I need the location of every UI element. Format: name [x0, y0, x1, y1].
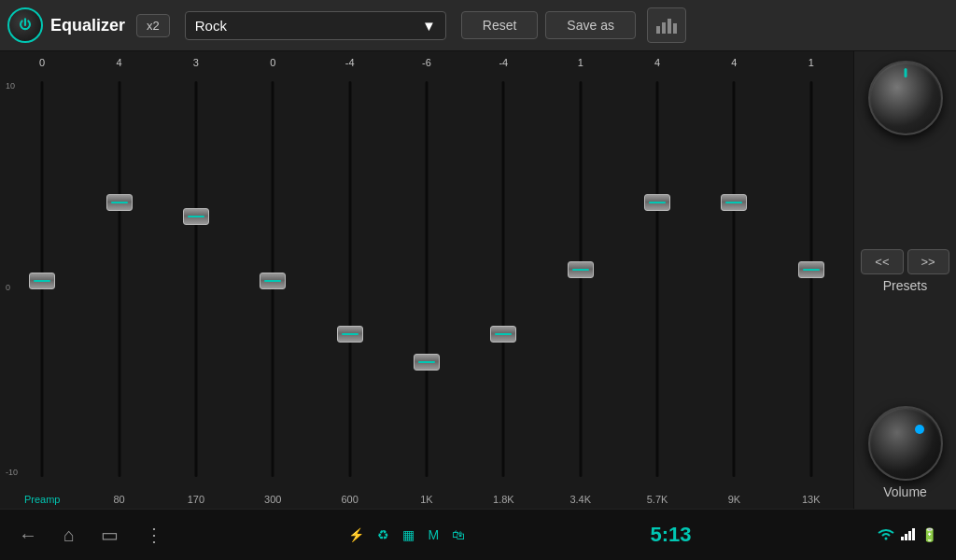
back-button[interactable]: ←: [19, 525, 37, 546]
band-57k: 45.7K: [619, 57, 696, 505]
svg-rect-0: [656, 26, 660, 34]
band-value-label: 0: [270, 57, 275, 72]
usb-icon: ⚡: [348, 527, 364, 542]
time-display: 5:13: [651, 523, 692, 547]
band-value-label: 0: [39, 57, 45, 72]
band-value-label: -6: [422, 57, 431, 72]
band-freq-label: 170: [188, 494, 204, 505]
svg-rect-7: [912, 528, 915, 540]
slider-thumb[interactable]: [29, 273, 55, 289]
storage-icon: ▦: [402, 527, 415, 542]
scale-label-10: 10: [6, 81, 15, 91]
right-panel: << >> Presets Volume: [853, 51, 956, 509]
band-freq-label: 300: [264, 494, 281, 505]
slider-track: [579, 81, 582, 477]
slider-track: [809, 81, 812, 477]
slider-thumb[interactable]: [721, 194, 747, 211]
band-value-label: 1: [808, 57, 814, 72]
band-1k: -61K: [388, 57, 465, 505]
knob-marker: [904, 68, 907, 77]
band-value-label: 4: [731, 57, 737, 72]
slider-thumb[interactable]: [798, 261, 824, 278]
email-icon: M: [428, 527, 439, 542]
app-header: Equalizer x2 Rock ▼ Reset Save as: [0, 0, 956, 51]
nav-buttons: ← ⌂ ▭ ⋮: [19, 524, 163, 546]
signal-icon: [901, 527, 916, 543]
band-18k: -41.8K: [465, 57, 541, 505]
scale-label-0: 0: [6, 283, 10, 292]
recents-button[interactable]: ▭: [101, 524, 119, 546]
slider-thumb[interactable]: [260, 273, 286, 289]
presets-label: Presets: [883, 278, 927, 293]
bottom-navigation: ← ⌂ ▭ ⋮ ⚡ ♻ ▦ M 🛍 5:13 🔋: [0, 509, 956, 560]
band-freq-label: 80: [113, 494, 124, 505]
preset-prev-button[interactable]: <<: [861, 249, 903, 274]
band-freq-label: 5.7K: [647, 494, 668, 505]
volume-knob-container: Volume: [868, 406, 943, 499]
band-9k: 49K: [696, 57, 772, 505]
slider-track: [425, 81, 428, 477]
svg-rect-3: [673, 23, 677, 34]
svg-rect-6: [908, 531, 911, 540]
band-170: 3170: [158, 57, 234, 505]
preset-dropdown[interactable]: Rock ▼: [185, 11, 446, 40]
main-content: 0100-10Preamp48031700300-4600-61K-41.8K1…: [0, 51, 956, 509]
reset-button[interactable]: Reset: [461, 11, 539, 39]
band-300: 0300: [234, 57, 311, 505]
slider-thumb[interactable]: [568, 261, 594, 278]
eq-bands: 0100-10Preamp48031700300-4600-61K-41.8K1…: [4, 51, 850, 509]
preset-next-button[interactable]: >>: [907, 249, 949, 274]
chart-button[interactable]: [647, 7, 686, 43]
treble-knob-container: [868, 61, 943, 135]
slider-track: [118, 81, 120, 477]
svg-rect-5: [905, 534, 907, 540]
slider-track: [656, 81, 659, 477]
x2-button[interactable]: x2: [136, 14, 170, 37]
band-freq-label: Preamp: [24, 494, 61, 505]
wifi-icon: [877, 527, 895, 543]
preset-nav-container: << >> Presets: [861, 249, 949, 293]
band-13k: 113K: [773, 57, 850, 505]
band-freq-label: 1.8K: [493, 494, 514, 505]
treble-knob[interactable]: [868, 61, 943, 135]
app-title: Equalizer: [50, 16, 125, 35]
slider-thumb[interactable]: [490, 326, 516, 343]
slider-thumb[interactable]: [183, 208, 209, 225]
preset-navigation: << >>: [861, 249, 949, 274]
band-value-label: -4: [499, 57, 508, 72]
music-icon: ♻: [377, 527, 389, 542]
volume-knob[interactable]: [868, 406, 943, 481]
slider-track: [194, 81, 197, 477]
slider-thumb[interactable]: [106, 194, 133, 211]
band-freq-label: 3.4K: [569, 494, 591, 505]
power-button[interactable]: [7, 7, 43, 43]
band-value-label: 4: [654, 57, 660, 72]
band-value-label: 3: [193, 57, 199, 72]
svg-rect-1: [662, 22, 666, 34]
band-freq-label: 600: [341, 494, 358, 505]
dropdown-arrow-icon: ▼: [422, 18, 436, 34]
band-value-label: -4: [345, 57, 355, 72]
shop-icon: 🛍: [452, 527, 465, 542]
svg-rect-2: [668, 19, 671, 34]
svg-rect-4: [901, 537, 904, 540]
slider-thumb[interactable]: [414, 354, 440, 371]
saveas-button[interactable]: Save as: [545, 11, 636, 39]
band-freq-label: 9K: [728, 494, 740, 505]
menu-button[interactable]: ⋮: [145, 524, 163, 546]
scale-label--10: -10: [6, 468, 18, 477]
eq-section: 0100-10Preamp48031700300-4600-61K-41.8K1…: [0, 51, 853, 509]
status-icons: 🔋: [877, 527, 937, 543]
slider-track: [733, 81, 736, 477]
band-preamp: 0100-10Preamp: [4, 57, 80, 505]
home-button[interactable]: ⌂: [63, 525, 75, 546]
preset-name: Rock: [195, 18, 227, 34]
band-freq-label: 13K: [802, 494, 821, 505]
band-value-label: 4: [116, 57, 121, 72]
volume-label: Volume: [883, 484, 927, 499]
slider-thumb[interactable]: [644, 194, 670, 211]
band-34k: 13.4K: [542, 57, 619, 505]
slider-thumb[interactable]: [337, 326, 363, 343]
battery-icon: 🔋: [921, 527, 937, 542]
slider-track: [502, 81, 505, 477]
